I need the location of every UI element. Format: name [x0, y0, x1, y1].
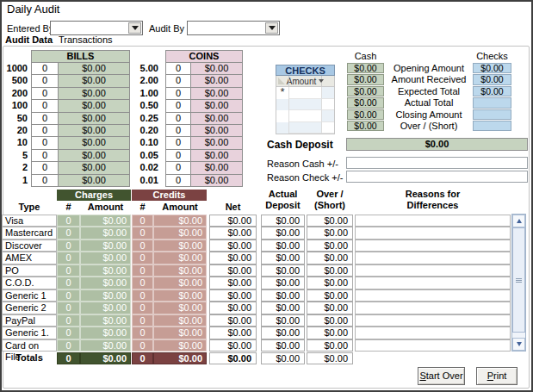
reason-cell[interactable]: [355, 327, 511, 339]
reason-cell[interactable]: [355, 289, 511, 302]
bill-denomination-label: 1: [5, 175, 28, 187]
actual-deposit-cell[interactable]: $0.00: [261, 215, 305, 227]
bill-count-cell[interactable]: 0: [32, 175, 58, 186]
coin-count-cell[interactable]: 0: [166, 63, 190, 74]
reason-cell[interactable]: [355, 252, 511, 264]
checks-amount-cell[interactable]: [289, 99, 322, 111]
actual-deposit-cell[interactable]: $0.00: [261, 277, 305, 289]
cash-summary-column: $0.00 $0.00 $0.00 $0.00 $0.00 $0.00: [347, 63, 384, 132]
over-short-cell: $0.00: [307, 302, 353, 314]
coin-denomination-label: 0.05: [134, 150, 158, 162]
bill-count-cell[interactable]: 0: [32, 137, 58, 148]
summary-row-label: Over / (Short): [387, 121, 470, 132]
reason-cell[interactable]: [355, 314, 511, 327]
datasheet-corner-cell: [276, 76, 289, 86]
coin-denomination-label: 2.00: [134, 75, 158, 87]
coin-count-cell[interactable]: 0: [166, 100, 190, 111]
scrollbar-thumb[interactable]: [512, 227, 525, 333]
charges-count-cell: 0: [57, 264, 80, 277]
coin-count-cell[interactable]: 0: [166, 162, 190, 173]
scroll-up-button[interactable]: [512, 215, 525, 227]
actual-deposit-cell[interactable]: $0.00: [261, 339, 305, 352]
tender-type-label: PayPal: [2, 314, 57, 327]
actual-deposit-cell[interactable]: $0.00: [261, 327, 305, 339]
over-short-cell: $0.00: [307, 339, 353, 352]
actual-deposit-cell[interactable]: $0.00: [261, 227, 305, 240]
checks-amount-column-header[interactable]: Amount: [289, 76, 322, 86]
tab-transactions[interactable]: Transactions: [59, 34, 113, 45]
daily-audit-window: Daily Audit Entered By Audit By Audit Da…: [0, 0, 533, 392]
net-cell: $0.00: [209, 215, 257, 227]
credits-count-cell: 0: [132, 302, 153, 314]
coin-amount-cell: $0.00: [191, 125, 242, 136]
entered-by-dropdown-button[interactable]: [128, 22, 141, 34]
reason-cell[interactable]: [355, 302, 511, 314]
charges-count-cell: 0: [57, 327, 80, 339]
reason-cell[interactable]: [355, 215, 511, 227]
credits-count-cell: 0: [132, 264, 153, 277]
bill-count-cell[interactable]: 0: [32, 113, 58, 124]
reason-check-input[interactable]: [346, 171, 528, 183]
actual-deposit-cell[interactable]: $0.00: [261, 314, 305, 327]
totals-credits-count: 0: [132, 352, 153, 365]
reason-cell[interactable]: [355, 339, 511, 352]
bill-count-cell[interactable]: 0: [32, 100, 58, 111]
tender-row-generic-1: Generic 10$0.000$0.00$0.00$0.00$0.00: [2, 289, 511, 302]
coin-count-cell[interactable]: 0: [166, 150, 190, 161]
coin-count-cell[interactable]: 0: [166, 125, 190, 136]
net-cell: $0.00: [209, 327, 257, 339]
bill-denomination-label: 200: [5, 88, 28, 100]
coin-count-cell[interactable]: 0: [166, 88, 190, 99]
coin-amount-cell: $0.00: [191, 162, 242, 173]
bill-count-cell[interactable]: 0: [32, 150, 58, 161]
charges-count-cell: 0: [57, 339, 80, 352]
reason-cell[interactable]: [355, 277, 511, 289]
entered-by-input[interactable]: [52, 22, 127, 34]
checks-opening-amount: $0.00: [473, 63, 511, 73]
coins-table: COINS 0$0.00 0$0.00 0$0.00 0$0.00 0$0.00…: [165, 50, 243, 187]
reason-cell[interactable]: [355, 240, 511, 252]
coin-count-cell[interactable]: 0: [166, 113, 190, 124]
reason-cell[interactable]: [355, 264, 511, 277]
tab-audit-data[interactable]: Audit Data: [5, 34, 53, 45]
actual-deposit-cell[interactable]: $0.00: [261, 252, 305, 264]
actual-deposit-cell[interactable]: $0.00: [261, 240, 305, 252]
reason-cash-input[interactable]: [346, 157, 528, 169]
audit-by-dropdown-button[interactable]: [265, 22, 278, 34]
scroll-down-button[interactable]: [512, 338, 525, 351]
checks-summary-column: $0.00 $0.00 $0.00: [473, 63, 511, 132]
bill-count-cell[interactable]: 0: [32, 162, 58, 173]
print-button[interactable]: Print: [476, 367, 518, 385]
bill-count-cell[interactable]: 0: [32, 125, 58, 136]
start-over-button[interactable]: Start Over: [418, 367, 465, 385]
actual-deposit-cell[interactable]: $0.00: [261, 264, 305, 277]
audit-by-input[interactable]: [189, 22, 264, 34]
bill-count-cell[interactable]: 0: [32, 63, 58, 74]
checks-amount-input-cell[interactable]: [289, 87, 322, 99]
coin-count-cell[interactable]: 0: [166, 175, 190, 186]
record-selector: [276, 122, 289, 134]
coin-denomination-label: 0.25: [134, 113, 158, 125]
over-short-cell: $0.00: [307, 240, 353, 252]
credits-count-cell: 0: [132, 314, 153, 327]
coin-count-cell[interactable]: 0: [166, 137, 190, 148]
checks-amount-cell[interactable]: [289, 122, 322, 134]
reasons-scrollbar[interactable]: [511, 214, 526, 352]
over-short-cell: $0.00: [307, 252, 353, 264]
reason-cell[interactable]: [355, 227, 511, 240]
bill-count-cell[interactable]: 0: [32, 88, 58, 99]
actual-deposit-cell[interactable]: $0.00: [261, 289, 305, 302]
checks-amount-cell[interactable]: [289, 110, 322, 122]
tender-type-label: C.O.D.: [2, 277, 57, 289]
entered-by-combobox[interactable]: [50, 21, 143, 35]
coin-count-cell[interactable]: 0: [166, 75, 190, 86]
actual-deposit-cell[interactable]: $0.00: [261, 302, 305, 314]
cash-deposit-label: Cash Deposit: [267, 139, 333, 151]
over-short-cell: $0.00: [307, 264, 353, 277]
credits-count-cell: 0: [132, 277, 153, 289]
charges-count-cell: 0: [57, 252, 80, 264]
tender-row-card-on-file: Card on File0$0.000$0.00$0.00$0.00$0.00: [2, 339, 511, 352]
bill-count-cell[interactable]: 0: [32, 75, 58, 86]
audit-by-combobox[interactable]: [187, 21, 280, 35]
tender-type-label: Mastercard: [2, 227, 57, 240]
